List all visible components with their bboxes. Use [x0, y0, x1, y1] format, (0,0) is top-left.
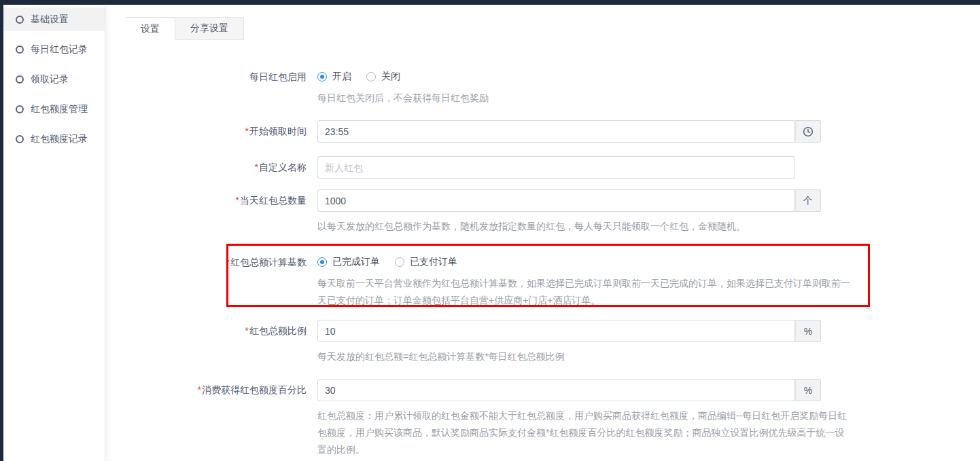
sidebar-item-label: 每日红包记录 — [31, 43, 88, 56]
circle-bullet-icon — [16, 135, 24, 143]
field-label: *当天红包总数量 — [107, 189, 317, 235]
tab-bar: 设置 分享设置 — [126, 17, 980, 40]
circle-bullet-icon — [16, 105, 24, 113]
form-row-quota-percent: *消费获得红包额度百分比 % 红包总额度：用户累计领取的红包金额不能大于红包总额… — [107, 379, 980, 458]
radio-unselected-icon[interactable] — [366, 72, 376, 81]
radio-label: 已完成订单 — [332, 256, 380, 268]
radio-label: 已支付订单 — [410, 256, 457, 268]
required-asterisk: * — [255, 162, 258, 172]
form-row-total-ratio: *红包总额比例 % 每天发放的红包总额=红包总额计算基数*每日红包总额比例 — [107, 320, 980, 365]
radio-option-completed-orders[interactable]: 已完成订单 — [317, 256, 380, 268]
field-label: *红包总额比例 — [107, 320, 317, 365]
required-asterisk: * — [226, 257, 230, 268]
radio-label: 开启 — [332, 71, 351, 83]
tab-label: 设置 — [141, 23, 160, 35]
left-frame-bar — [0, 0, 3, 461]
sidebar-item-basic-settings[interactable]: 基础设置 — [3, 7, 105, 31]
sidebar-item-quota-records[interactable]: 红包额度记录 — [3, 124, 105, 154]
tab-settings[interactable]: 设置 — [126, 17, 175, 40]
sidebar-item-claim-records[interactable]: 领取记录 — [3, 64, 105, 94]
unit-addon: 个 — [795, 189, 821, 212]
sidebar-item-quota-management[interactable]: 红包额度管理 — [3, 94, 105, 124]
daily-count-input[interactable] — [317, 189, 795, 212]
time-picker-button[interactable] — [795, 120, 821, 143]
radio-selected-icon[interactable] — [317, 72, 327, 81]
sidebar: 基础设置 每日红包记录 领取记录 红包额度管理 红包额度记录 — [3, 5, 105, 461]
circle-bullet-icon — [16, 16, 24, 24]
form-row-daily-count: *当天红包总数量 个 以每天发放的红包总额作为基数，随机发放指定数量的红包，每人… — [107, 189, 980, 235]
clock-icon — [803, 126, 813, 137]
circle-bullet-icon — [16, 75, 24, 84]
circle-bullet-icon — [16, 45, 24, 54]
radio-option-enable-on[interactable]: 开启 — [317, 71, 351, 83]
total-ratio-input[interactable] — [317, 320, 795, 342]
radio-option-enable-off[interactable]: 关闭 — [366, 71, 400, 83]
field-label: *红包总额计算基数 — [107, 255, 317, 309]
start-time-input[interactable] — [317, 120, 795, 143]
percent-addon: % — [795, 320, 821, 342]
field-label: *自定义名称 — [107, 156, 317, 179]
tab-label: 分享设置 — [190, 22, 228, 35]
sidebar-item-label: 红包额度记录 — [31, 133, 88, 145]
main-content: 设置 分享设置 每日红包启用 开启 关闭 — [107, 5, 980, 461]
settings-form: 每日红包启用 开启 关闭 每日红包关闭后，不会获得每日红包奖励 — [107, 70, 980, 461]
sidebar-item-label: 红包额度管理 — [31, 103, 88, 115]
radio-unselected-icon[interactable] — [395, 257, 404, 267]
radio-label: 关闭 — [381, 71, 400, 83]
percent-addon: % — [795, 379, 821, 401]
required-asterisk: * — [236, 195, 239, 206]
helper-text: 红包总额度：用户累计领取的红包金额不能大于红包总额度，用户购买商品获得红包额度，… — [317, 407, 853, 458]
form-row-custom-name: *自定义名称 — [107, 156, 980, 179]
form-row-total-base: *红包总额计算基数 已完成订单 已支付订单 每天取前一天平台营业额作为红包总额计… — [107, 255, 980, 309]
field-label: *开始领取时间 — [107, 120, 317, 143]
tab-share-settings[interactable]: 分享设置 — [175, 17, 244, 40]
helper-text: 以每天发放的红包总额作为基数，随机发放指定数量的红包，每人每天只能领取一个红包，… — [317, 218, 853, 235]
custom-name-input[interactable] — [317, 156, 795, 179]
quota-percent-input[interactable] — [317, 379, 795, 401]
field-label: 每日红包启用 — [107, 70, 317, 107]
required-asterisk: * — [245, 325, 249, 336]
radio-option-paid-orders[interactable]: 已支付订单 — [395, 256, 457, 268]
sidebar-item-daily-redpacket-records[interactable]: 每日红包记录 — [3, 35, 105, 64]
required-asterisk: * — [245, 126, 249, 136]
helper-text: 每天发放的红包总额=红包总额计算基数*每日红包总额比例 — [317, 348, 853, 365]
sidebar-item-label: 基础设置 — [31, 14, 69, 26]
field-label: *消费获得红包额度百分比 — [107, 379, 317, 458]
required-asterisk: * — [198, 384, 201, 395]
top-frame-bar — [0, 0, 980, 5]
sidebar-item-label: 领取记录 — [31, 73, 69, 86]
helper-text: 每天取前一天平台营业额作为红包总额计算基数，如果选择已完成订单则取前一天已完成的… — [317, 275, 853, 309]
helper-text: 每日红包关闭后，不会获得每日红包奖励 — [317, 90, 853, 107]
form-row-daily-enable: 每日红包启用 开启 关闭 每日红包关闭后，不会获得每日红包奖励 — [107, 70, 980, 107]
form-row-start-time: *开始领取时间 — [107, 120, 980, 143]
radio-selected-icon[interactable] — [317, 257, 327, 267]
